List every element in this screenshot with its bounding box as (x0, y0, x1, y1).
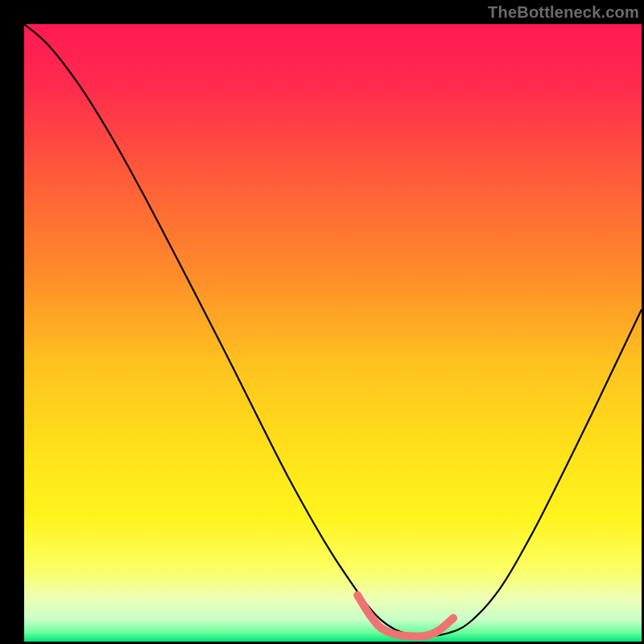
chart-frame: TheBottleneck.com (0, 0, 644, 644)
watermark-text: TheBottleneck.com (488, 3, 639, 22)
svg-rect-0 (24, 24, 642, 642)
plot-area (24, 24, 642, 642)
gradient-background (24, 24, 642, 642)
